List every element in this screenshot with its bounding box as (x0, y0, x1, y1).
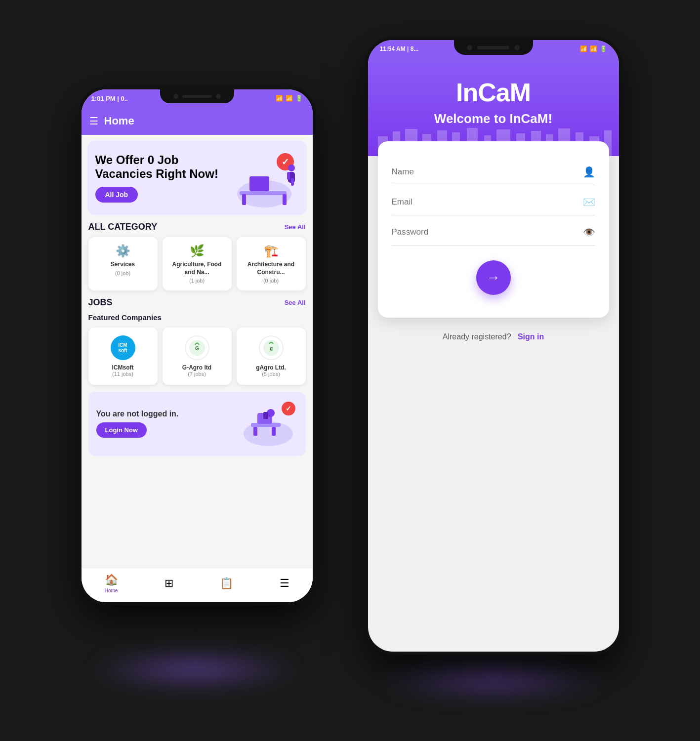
right-wifi-icon: 📶 (590, 45, 597, 52)
home-nav-icon: 🏠 (105, 574, 118, 586)
featured-companies-title: Featured Companies (88, 313, 306, 323)
left-status-icons: 📶 📶 🔋 (276, 95, 303, 102)
home-title: Home (104, 115, 134, 127)
cat-card-arch[interactable]: 🏗️ Architecture and Constru... (0 job) (237, 237, 306, 290)
gagro-jobs: (7 jobs) (167, 371, 227, 377)
hero-illustration: ✓ (235, 151, 299, 205)
registration-form: 👤 ✉️ 👁️ → (378, 141, 609, 318)
gagro2-name: gAgro Ltd. (242, 364, 301, 371)
left-speaker (182, 95, 212, 98)
hero-banner: We Offer 0 Job Vacancies Right Now! All … (87, 141, 307, 215)
desk-leg-right (283, 194, 287, 205)
icmsoft-name: ICMsoft (93, 364, 153, 371)
hero-text-area: We Offer 0 Job Vacancies Right Now! All … (95, 153, 235, 203)
bookmark-nav-icon: 📋 (220, 577, 233, 590)
company-gagro[interactable]: G G-Agro ltd (7 jobs) (163, 328, 232, 385)
agri-name: Agriculture, Food and Na... (167, 261, 227, 276)
left-notch (160, 89, 234, 103)
login-illustration: ✓ (244, 402, 298, 446)
company-icmsoft[interactable]: ICMsoft ICMsoft (11 jobs) (88, 328, 158, 385)
jobs-header: JOBS See All (88, 297, 306, 308)
menu-nav-icon: ☰ (280, 577, 289, 590)
jobs-section: JOBS See All Featured Companies ICMsoft … (82, 297, 313, 385)
gagro-svg: G (188, 339, 206, 357)
svg-rect-10 (272, 427, 276, 436)
desk-surface (240, 191, 287, 195)
cat-card-agri[interactable]: 🌿 Agriculture, Food and Na... (1 job) (163, 237, 232, 290)
already-text: Already registered? (443, 332, 511, 341)
arch-icon: 🏗️ (242, 244, 301, 258)
gagro2-svg: g (262, 339, 280, 357)
desk-leg-left (242, 194, 246, 205)
nav-menu[interactable]: ☰ (280, 577, 289, 590)
right-status-icons: 📶 📶 🔋 (580, 45, 607, 52)
email-icon: ✉️ (583, 196, 595, 208)
already-registered: Already registered? Sign in (368, 332, 619, 341)
gagro2-logo: g (259, 335, 284, 360)
nav-home[interactable]: 🏠 Home (105, 574, 118, 593)
password-input[interactable] (392, 227, 583, 237)
eye-icon[interactable]: 👁️ (583, 226, 595, 238)
bottom-nav: 🏠 Home ⊞ 📋 ☰ (82, 568, 313, 602)
email-input[interactable] (392, 197, 583, 207)
category-see-all[interactable]: See All (285, 223, 306, 231)
person-svg (282, 164, 296, 191)
right-camera (467, 45, 472, 50)
home-nav-label: Home (105, 588, 118, 593)
login-text: You are not logged in. (96, 410, 244, 418)
company-gagro2[interactable]: g gAgro Ltd. (5 jobs) (237, 328, 306, 385)
app-name-heading: InCaM (378, 78, 609, 107)
svg-rect-2 (287, 172, 290, 180)
hero-headline: We Offer 0 Job Vacancies Right Now! (95, 153, 235, 181)
gagro-name: G-Agro ltd (167, 364, 227, 371)
arch-count: (0 job) (242, 278, 301, 284)
icmsoft-logo: ICMsoft (111, 335, 135, 360)
hamburger-icon[interactable]: ☰ (89, 115, 98, 127)
person-icon: 👤 (583, 166, 595, 178)
right-time: 11:54 AM | 8... (380, 45, 419, 52)
signal-icon: 📶 (276, 95, 283, 102)
svg-rect-9 (253, 427, 257, 436)
left-phone: 1:01 PM | 0.. 📶 📶 🔋 ☰ Home We Offer 0 Jo… (79, 86, 316, 605)
gagro-logo: G (185, 335, 209, 360)
gagro2-jobs: (5 jobs) (242, 371, 301, 377)
svg-rect-13 (263, 412, 268, 419)
login-left: You are not logged in. Login Now (96, 410, 244, 438)
login-person-svg (248, 408, 288, 440)
nav-bookmark[interactable]: 📋 (220, 577, 233, 590)
left-app-bar: ☰ Home (82, 107, 313, 135)
right-notch (454, 40, 533, 55)
monitor (249, 176, 269, 191)
email-field-container: ✉️ (392, 189, 595, 215)
category-header: ALL CATEGORY See All (88, 222, 306, 232)
category-title: ALL CATEGORY (88, 222, 158, 232)
jobs-title: JOBS (88, 297, 113, 308)
svg-rect-3 (291, 178, 294, 186)
login-now-button[interactable]: Login Now (96, 422, 147, 438)
name-field-container: 👤 (392, 159, 595, 185)
sign-in-link[interactable]: Sign in (518, 332, 544, 341)
nav-grid[interactable]: ⊞ (165, 577, 173, 590)
all-job-button[interactable]: All Job (95, 187, 138, 203)
category-section: ALL CATEGORY See All ⚙️ Services (0 job)… (82, 222, 313, 290)
arch-name: Architecture and Constru... (242, 261, 301, 276)
jobs-see-all[interactable]: See All (285, 299, 306, 306)
icmsoft-jobs: (11 jobs) (93, 371, 153, 377)
submit-button[interactable]: → (476, 260, 511, 295)
agri-count: (1 job) (167, 278, 227, 284)
name-input[interactable] (392, 167, 583, 177)
password-field-container: 👁️ (392, 219, 595, 246)
services-count: (0 job) (93, 270, 153, 276)
wifi-icon: 📶 (286, 95, 293, 102)
left-time: 1:01 PM | 0.. (91, 95, 128, 102)
svg-text:G: G (195, 346, 199, 351)
cat-card-services[interactable]: ⚙️ Services (0 job) (88, 237, 158, 290)
services-name: Services (93, 261, 153, 269)
svg-point-0 (288, 165, 295, 171)
svg-text:g: g (269, 346, 272, 351)
battery-icon: 🔋 (295, 95, 303, 102)
right-camera2 (514, 45, 520, 50)
agri-icon: 🌿 (167, 244, 227, 258)
arrow-icon: → (487, 270, 500, 286)
right-battery-icon: 🔋 (600, 45, 607, 52)
